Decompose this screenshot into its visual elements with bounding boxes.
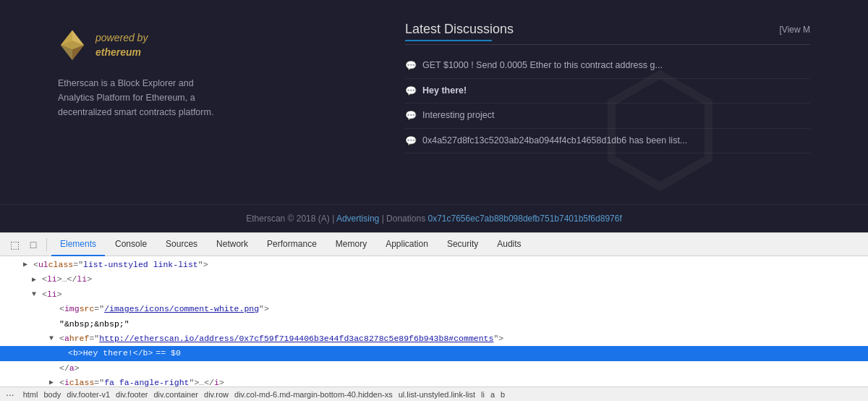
tab-audits[interactable]: Audits xyxy=(488,233,529,256)
breadcrumb-a[interactable]: a xyxy=(488,390,498,399)
three-dots-icon[interactable]: ··· xyxy=(6,389,14,400)
breadcrumb-div-container[interactable]: div.container xyxy=(150,390,201,399)
breadcrumb-html[interactable]: html xyxy=(20,390,41,399)
discussion-text-1[interactable]: Hey there! xyxy=(422,85,467,98)
dom-selected-indicator: == $0 xyxy=(156,347,181,360)
tab-memory[interactable]: Memory xyxy=(327,233,375,256)
breadcrumb-div-footer-v1[interactable]: div.footer-v1 xyxy=(64,390,113,399)
logo-text: powered by ethereum xyxy=(95,31,148,59)
devtools-section: ⬚ □ Elements Console Sources Network Per… xyxy=(0,232,868,401)
breadcrumb-li[interactable]: li xyxy=(478,390,488,399)
code-line-img[interactable]: <img src="/images/icons/comment-white.pn… xyxy=(0,302,868,316)
code-line-nbsp[interactable]: "&nbsp;&nbsp;" xyxy=(0,317,868,332)
code-line-a-close[interactable]: </a> xyxy=(0,361,868,376)
toggle-li1[interactable] xyxy=(32,274,41,286)
tab-elements[interactable]: Elements xyxy=(51,233,105,256)
discussion-item-1: 💬 Hey there! xyxy=(405,79,810,104)
website-footer: Etherscan © 2018 (A) | Advertising | Don… xyxy=(0,204,868,232)
discussions-divider xyxy=(405,44,810,45)
devtools-elements-panel: <ul class="list-unstyled link-list" > <l… xyxy=(0,256,868,387)
powered-by-text: powered by xyxy=(95,31,148,46)
eth-address-link[interactable]: 0x71c7656ec7ab88b098defb751b7401b5f6d897… xyxy=(427,214,621,224)
ethereum-logo-icon xyxy=(58,29,87,62)
comment-icon-0: 💬 xyxy=(405,60,417,71)
devtools-tab-bar: ⬚ □ Elements Console Sources Network Per… xyxy=(0,233,868,256)
logo-area: powered by ethereum xyxy=(58,29,148,62)
code-line-a-open[interactable]: <a href="http://etherscan.io/address/0x7… xyxy=(0,332,868,346)
inspect-icon[interactable]: □ xyxy=(25,236,42,253)
code-line-li-1[interactable]: <li> … </li> xyxy=(0,272,868,287)
website-section: powered by ethereum Etherscan is a Block… xyxy=(0,0,868,232)
footer-donations: | Donations xyxy=(382,214,426,224)
breadcrumb-ul[interactable]: ul.list-unstyled.link-list xyxy=(396,390,478,399)
left-section: powered by ethereum Etherscan is a Block… xyxy=(58,22,231,182)
code-line-li-open[interactable]: <li> xyxy=(0,287,868,302)
breadcrumb-div-footer[interactable]: div.footer xyxy=(113,390,150,399)
toggle-ul[interactable] xyxy=(23,259,32,271)
code-line-b-hey[interactable]: <b> Hey there! </b> == $0 xyxy=(0,346,868,360)
toggle-i[interactable] xyxy=(49,377,58,387)
toggle-li-open[interactable] xyxy=(32,289,41,300)
breadcrumb-div-row[interactable]: div.row xyxy=(201,390,231,399)
discussion-text-2[interactable]: Interesting project xyxy=(422,109,494,122)
breadcrumb-body[interactable]: body xyxy=(41,390,64,399)
cursor-icon[interactable]: ⬚ xyxy=(6,236,23,253)
devtools-breadcrumb: ··· html body div.footer-v1 div.footer d… xyxy=(0,387,868,401)
tab-sources[interactable]: Sources xyxy=(157,233,206,256)
discussions-header: Latest Discussions [View M xyxy=(405,22,810,37)
tab-security[interactable]: Security xyxy=(438,233,487,256)
tab-performance[interactable]: Performance xyxy=(258,233,326,256)
discussion-item-2: 💬 Interesting project xyxy=(405,104,810,129)
view-more-link[interactable]: [View M xyxy=(780,25,810,35)
breadcrumb-b[interactable]: b xyxy=(498,390,508,399)
breadcrumb-div-col[interactable]: div.col-md-6.md-margin-bottom-40.hidden-… xyxy=(231,390,396,399)
tab-separator xyxy=(46,238,47,251)
tab-application[interactable]: Application xyxy=(377,233,437,256)
advertising-link[interactable]: Advertising xyxy=(336,214,379,224)
right-section: Latest Discussions [View M 💬 GET $1000 !… xyxy=(405,22,810,182)
comment-icon-3: 💬 xyxy=(405,135,417,146)
code-line-ul[interactable]: <ul class="list-unstyled link-list" > xyxy=(0,258,868,272)
discussions-title: Latest Discussions xyxy=(405,22,514,37)
tab-network[interactable]: Network xyxy=(208,233,257,256)
website-content: powered by ethereum Etherscan is a Block… xyxy=(0,0,868,204)
footer-copyright: Etherscan © 2018 (A) | xyxy=(246,214,334,224)
ethereum-text: ethereum xyxy=(95,46,148,60)
discussion-text-3[interactable]: 0x4a527d8fc13c5203ab24ba0944f4cb14658d1d… xyxy=(422,135,687,148)
discussion-item-3: 💬 0x4a527d8fc13c5203ab24ba0944f4cb14658d… xyxy=(405,129,810,154)
code-line-i[interactable]: <i class="fa fa-angle-right" > … </i> xyxy=(0,376,868,387)
toggle-a[interactable] xyxy=(49,333,58,345)
comment-icon-1: 💬 xyxy=(405,85,417,96)
discussion-text-0[interactable]: GET $1000 ! Send 0.0005 Ether to this co… xyxy=(422,59,663,72)
tab-console[interactable]: Console xyxy=(106,233,156,256)
discussion-item-0: 💬 GET $1000 ! Send 0.0005 Ether to this … xyxy=(405,54,810,79)
discussions-underline xyxy=(405,40,492,41)
site-description: Etherscan is a Block Explorer and Analyt… xyxy=(58,76,231,119)
comment-icon-2: 💬 xyxy=(405,110,417,121)
